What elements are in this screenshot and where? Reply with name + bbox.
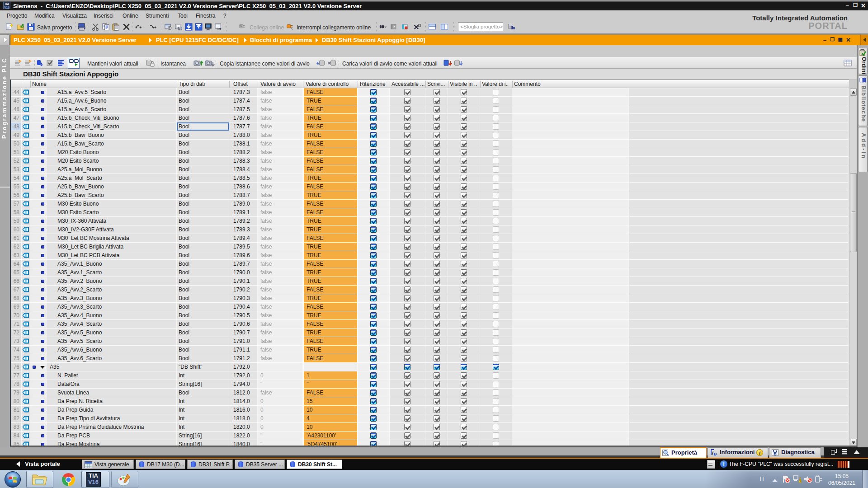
svg-text:01: 01	[179, 28, 182, 30]
svg-text:RT: RT	[217, 27, 222, 30]
svg-text:!: !	[800, 479, 801, 483]
svg-text:?: ?	[384, 25, 387, 29]
svg-text:i: i	[712, 450, 714, 455]
